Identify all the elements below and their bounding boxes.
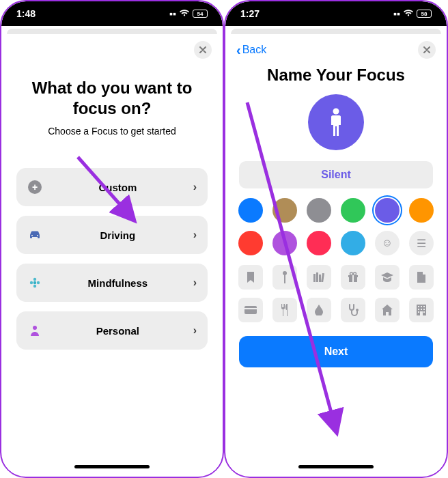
focus-row-label: Mindfulness [42,277,193,289]
focus-name-input[interactable]: Silent [239,161,433,188]
phone-right: 1:27 ▪▪ 58 ‹ Back Name Your Focus [224,0,448,478]
building-icon[interactable] [409,298,434,322]
color-swatch-green[interactable] [341,198,365,223]
back-label: Back [242,44,267,56]
more-options-button[interactable]: ☰ [409,231,434,255]
svg-rect-9 [284,275,285,283]
status-bar: 1:27 ▪▪ 58 [225,1,447,26]
svg-rect-30 [423,311,425,313]
svg-rect-10 [313,274,316,282]
focus-row-label: Personal [42,325,193,337]
chevron-right-icon: › [193,229,197,241]
svg-rect-12 [319,275,321,282]
svg-point-2 [33,285,36,287]
next-button[interactable]: Next [239,336,433,367]
svg-rect-11 [316,272,318,282]
back-button[interactable]: ‹ Back [236,42,266,58]
svg-point-18 [354,272,356,275]
phone-left: 1:48 ▪▪ 54 What do you want to focus on?… [0,0,224,478]
color-swatch-pink[interactable] [307,231,331,255]
person-icon [27,325,42,336]
status-time: 1:48 [16,8,36,19]
person-standing-icon [324,107,348,137]
books-icon[interactable] [307,265,331,290]
signal-icon: ▪▪ [169,8,176,19]
pin-icon[interactable] [272,265,297,290]
wifi-icon [179,8,190,19]
page-title: Name Your Focus [227,61,445,94]
status-indicators: ▪▪ 58 [393,8,432,19]
wifi-icon [403,8,414,19]
stethoscope-icon[interactable] [341,298,365,322]
focus-chooser-sheet: What do you want to focus on? Choose a F… [3,34,221,474]
credit-card-icon[interactable] [238,298,263,322]
svg-point-0 [33,281,36,284]
battery-indicator: 58 [417,10,432,18]
emoji-picker-button[interactable]: ☺ [375,231,400,255]
color-swatch-purple[interactable] [375,198,400,223]
flower-icon [27,277,42,289]
sheet-handle [7,29,217,34]
name-focus-sheet: ‹ Back Name Your Focus Silent [227,34,445,474]
color-swatch-brown[interactable] [272,198,297,223]
svg-point-4 [37,281,40,284]
chevron-right-icon: › [193,324,197,337]
signal-icon: ▪▪ [393,8,400,19]
gift-icon[interactable] [341,265,365,290]
svg-rect-24 [421,306,422,307]
svg-point-7 [333,109,339,115]
svg-point-3 [30,281,33,284]
next-button-label: Next [324,346,348,358]
car-icon [27,230,42,240]
svg-rect-13 [321,273,324,282]
focus-list: + Custom › Driving › Mindfulness › [3,168,221,350]
page-title: What do you want to focus on? [3,61,221,126]
focus-row-label: Driving [42,229,193,241]
bookmark-icon[interactable] [238,265,263,290]
svg-rect-25 [423,306,425,307]
color-swatches: ☺ ☰ [227,198,445,265]
focus-row-custom[interactable]: + Custom › [16,168,208,206]
utensils-icon[interactable] [272,298,297,322]
plus-icon: + [27,180,42,194]
status-time: 1:27 [240,8,260,19]
document-icon[interactable] [409,265,434,290]
home-indicator [74,465,150,468]
color-swatch-blue[interactable] [238,198,263,223]
svg-rect-29 [418,311,419,313]
svg-rect-19 [244,306,257,314]
graduation-icon[interactable] [375,265,400,290]
droplet-icon[interactable] [307,298,331,322]
battery-indicator: 54 [193,10,208,18]
focus-row-mindfulness[interactable]: Mindfulness › [16,264,208,302]
status-bar: 1:48 ▪▪ 54 [1,1,223,26]
svg-rect-16 [352,275,354,282]
svg-rect-20 [244,308,257,309]
svg-rect-27 [421,309,422,310]
color-swatch-orange[interactable] [409,198,434,223]
focus-row-personal[interactable]: Personal › [16,311,208,350]
focus-avatar[interactable] [308,94,364,150]
home-indicator [298,465,374,468]
color-swatch-red[interactable] [238,231,263,255]
focus-row-driving[interactable]: Driving › [16,216,208,254]
svg-rect-31 [420,311,423,315]
chevron-left-icon: ‹ [236,42,241,58]
icon-grid [227,265,445,332]
svg-rect-23 [418,306,419,307]
svg-point-17 [350,272,353,275]
svg-rect-26 [418,309,419,310]
status-indicators: ▪▪ 54 [169,8,208,19]
focus-row-label: Custom [42,182,193,193]
home-icon[interactable] [375,298,400,322]
svg-point-21 [356,309,359,311]
chevron-right-icon: › [193,277,197,289]
close-button[interactable] [194,41,212,59]
color-swatch-cyan[interactable] [341,231,365,255]
close-button[interactable] [418,41,436,59]
color-swatch-violet[interactable] [272,231,297,255]
focus-name-value: Silent [321,169,351,181]
svg-point-1 [33,278,36,281]
color-swatch-gray[interactable] [307,198,331,223]
page-subtitle: Choose a Focus to get started [3,126,221,137]
